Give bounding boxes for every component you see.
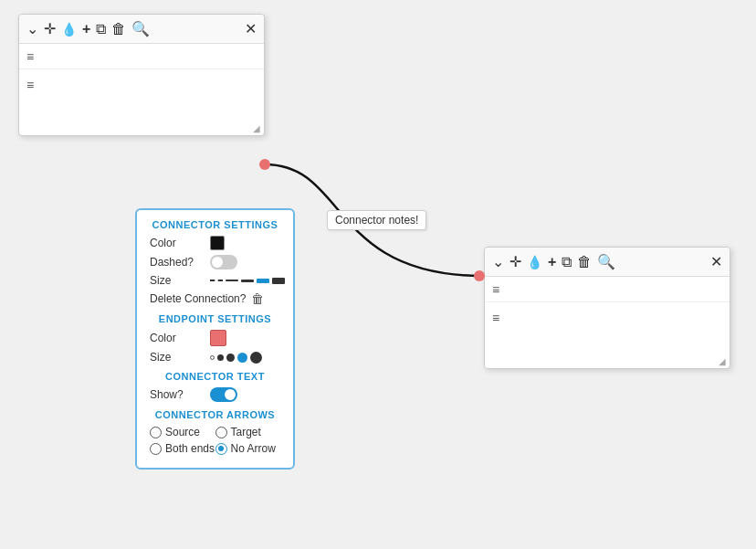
node-left-toolbar: ⌄ ✛ 💧 + ⧉ 🗑 🔍 ✕ — [19, 15, 264, 44]
radio-both[interactable]: Both ends — [150, 442, 215, 455]
dot-opt-d1[interactable] — [210, 355, 215, 360]
node-left-field1: ≡ — [19, 44, 264, 69]
trash-icon-r[interactable]: 🗑 — [577, 254, 592, 270]
dashed-toggle-knob — [212, 257, 223, 268]
close-icon[interactable]: ✕ — [245, 20, 257, 37]
ep-color-row: Color — [150, 330, 280, 346]
copy-icon[interactable]: ⧉ — [96, 21, 106, 37]
resize-handle-right[interactable]: ◢ — [719, 357, 728, 366]
copy-icon-r[interactable]: ⧉ — [562, 254, 572, 270]
color-label: Color — [150, 237, 205, 249]
dashed-row: Dashed? — [150, 255, 280, 269]
show-toggle[interactable] — [210, 387, 237, 402]
size-opt-s3[interactable] — [257, 279, 269, 283]
zoom-icon-r[interactable]: 🔍 — [597, 253, 615, 270]
endpoint-left — [259, 159, 270, 170]
radio-target-circle — [215, 427, 227, 438]
connector-arrows-title: CONNECTOR ARROWS — [150, 409, 280, 420]
color-row: Color — [150, 236, 280, 250]
chevron-icon[interactable]: ⌄ — [26, 20, 38, 37]
radio-no-arrow-label: No Arrow — [231, 442, 276, 455]
dashed-label: Dashed? — [150, 256, 205, 269]
node-right-field1: ≡ — [485, 277, 730, 302]
radio-source-circle — [150, 427, 162, 438]
droplet-icon[interactable]: 💧 — [61, 22, 77, 37]
node-left-field2: ≡ — [19, 69, 264, 135]
connector-label: Connector notes! — [327, 210, 426, 230]
radio-target-label: Target — [231, 426, 261, 438]
show-label: Show? — [150, 388, 205, 401]
node-right: ⌄ ✛ 💧 + ⧉ 🗑 🔍 ✕ ≡ ≡ ◢ — [484, 247, 730, 369]
size-label: Size — [150, 274, 205, 287]
node-right-input1[interactable] — [505, 280, 722, 298]
size-dash-opt[interactable] — [210, 280, 223, 281]
field2-icon: ≡ — [26, 78, 34, 92]
connector-text-title: CONNECTOR TEXT — [150, 371, 280, 382]
endpoint-color-swatch[interactable] — [210, 330, 226, 346]
size-row: Size — [150, 274, 280, 287]
endpoint-settings-title: ENDPOINT SETTINGS — [150, 313, 280, 324]
field1-icon: ≡ — [26, 49, 34, 64]
radio-both-circle — [150, 443, 162, 455]
chevron-icon-r[interactable]: ⌄ — [492, 253, 504, 270]
dot-opt-d2[interactable] — [217, 354, 224, 361]
delete-connection-icon[interactable]: 🗑 — [251, 291, 264, 306]
connector-color-swatch[interactable] — [210, 236, 225, 250]
ep-color-label: Color — [150, 332, 205, 344]
node-left-textarea[interactable] — [39, 75, 257, 130]
show-row: Show? — [150, 387, 280, 402]
connector-settings-title: CONNECTOR SETTINGS — [150, 219, 280, 230]
dot-opt-d3[interactable] — [226, 354, 235, 362]
delete-row: Delete Connection? 🗑 — [150, 291, 280, 306]
field2-icon-r: ≡ — [492, 311, 499, 325]
show-toggle-knob — [225, 389, 236, 400]
node-left: ⌄ ✛ 💧 + ⧉ 🗑 🔍 ✕ ≡ ≡ ◢ — [18, 14, 265, 136]
zoom-icon[interactable]: 🔍 — [131, 20, 150, 37]
size-opt-s2[interactable] — [241, 280, 254, 282]
radio-source[interactable]: Source — [150, 426, 215, 438]
move-icon[interactable]: ✛ — [44, 20, 56, 37]
plus-icon-r[interactable]: + — [548, 254, 556, 270]
dot-options — [210, 352, 262, 364]
node-left-input1[interactable] — [39, 48, 257, 65]
resize-handle-left[interactable]: ◢ — [253, 124, 262, 133]
delete-label: Delete Connection? — [150, 292, 246, 305]
arrows-radio-group: Source Target Both ends No Arrow — [150, 426, 280, 455]
radio-source-label: Source — [165, 426, 200, 438]
dashed-toggle[interactable] — [210, 255, 237, 269]
trash-icon[interactable]: 🗑 — [111, 21, 126, 37]
droplet-icon-r[interactable]: 💧 — [527, 255, 542, 269]
ep-size-label: Size — [150, 351, 205, 364]
connector-panel: CONNECTOR SETTINGS Color Dashed? Size De… — [135, 208, 295, 470]
size-opt-s4[interactable] — [272, 278, 285, 284]
size-options — [210, 278, 285, 284]
node-right-toolbar: ⌄ ✛ 💧 + ⧉ 🗑 🔍 ✕ — [485, 248, 730, 277]
close-icon-r[interactable]: ✕ — [710, 253, 722, 270]
node-right-field2: ≡ — [485, 302, 730, 368]
dot-opt-d4[interactable] — [237, 353, 247, 363]
radio-no-arrow-circle — [215, 443, 227, 455]
size-opt-s1[interactable] — [226, 280, 238, 281]
plus-icon[interactable]: + — [82, 21, 90, 37]
field1-icon-r: ≡ — [492, 282, 499, 297]
radio-target[interactable]: Target — [215, 426, 281, 438]
node-right-textarea[interactable] — [505, 308, 722, 363]
move-icon-r[interactable]: ✛ — [509, 253, 521, 270]
radio-both-label: Both ends — [165, 442, 215, 455]
radio-no-arrow[interactable]: No Arrow — [215, 442, 281, 455]
dot-opt-d5[interactable] — [250, 352, 262, 364]
ep-size-row: Size — [150, 351, 280, 364]
